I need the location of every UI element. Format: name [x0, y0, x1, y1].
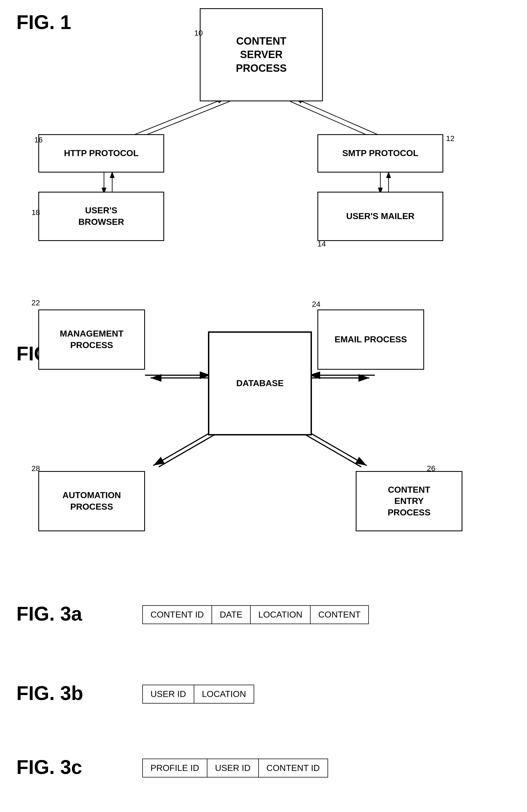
fig3c-box: PROFILE ID USER ID CONTENT ID [142, 758, 328, 778]
fig3c-label: FIG. 3c [16, 756, 82, 778]
fig3c-cell-0: PROFILE ID [143, 759, 207, 777]
svg-line-6 [290, 101, 378, 140]
ref-22: 22 [31, 299, 40, 307]
email-process-box: EMAIL PROCESS [317, 309, 424, 370]
fig3a-cell-3: CONTENT [311, 606, 368, 624]
ref-12: 12 [446, 134, 454, 143]
fig3a-cell-0: CONTENT ID [143, 606, 212, 624]
fig1-label: FIG. 1 [16, 11, 71, 33]
ref-18: 18 [31, 208, 40, 217]
database-box: DATABASE [208, 331, 312, 435]
fig3a-label: FIG. 3a [16, 603, 82, 625]
page: FIG. 1 CONTENT SERVER PROCESS 10 HTTP PR… [0, 0, 527, 812]
ref-10: 10 [194, 29, 203, 38]
fig3b-cell-0: USER ID [143, 685, 194, 703]
fig3c-cell-2: CONTENT ID [259, 759, 328, 777]
fig3c-cell-1: USER ID [207, 759, 259, 777]
svg-line-7 [296, 99, 383, 137]
automation-process-box: AUTOMATION PROCESS [38, 471, 145, 531]
http-protocol-box: HTTP PROTOCOL [38, 134, 164, 173]
ref-24: 24 [312, 300, 320, 309]
content-entry-process-box: CONTENT ENTRY PROCESS [356, 471, 463, 531]
ref-16: 16 [34, 135, 43, 144]
fig3b-box: USER ID LOCATION [142, 685, 254, 704]
fig3a-cell-2: LOCATION [251, 606, 311, 624]
content-server-box: CONTENT SERVER PROCESS [200, 8, 323, 101]
management-process-box: MANAGEMENT PROCESS [38, 309, 145, 370]
fig3a-cell-1: DATE [212, 606, 251, 624]
svg-line-4 [134, 101, 230, 140]
users-browser-box: USER'S BROWSER [38, 192, 164, 241]
smtp-protocol-box: SMTP PROTOCOL [317, 134, 443, 173]
fig3b-cell-1: LOCATION [194, 685, 254, 703]
svg-line-5 [129, 99, 224, 137]
users-mailer-box: USER'S MAILER [317, 192, 443, 241]
fig3a-box: CONTENT ID DATE LOCATION CONTENT [142, 605, 369, 624]
fig3b-label: FIG. 3b [16, 682, 83, 705]
ref-14: 14 [317, 240, 326, 248]
